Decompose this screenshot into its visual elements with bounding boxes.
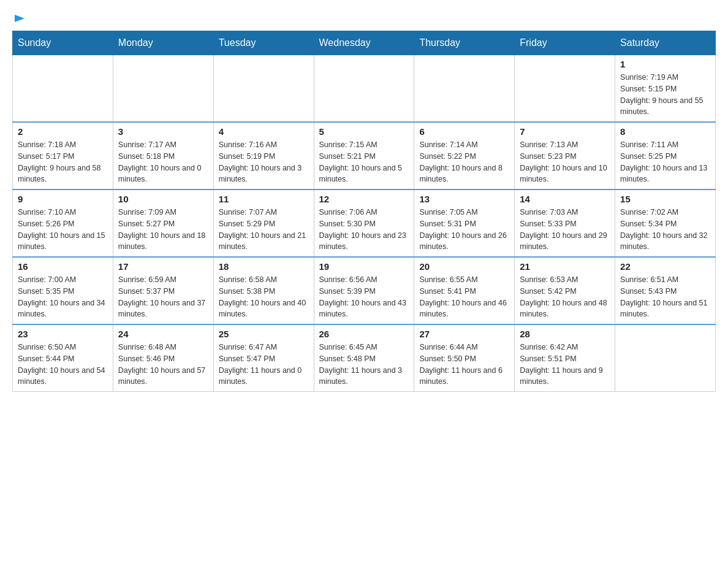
day-info: Sunrise: 6:56 AMSunset: 5:39 PMDaylight:…	[319, 274, 409, 320]
day-number: 23	[18, 329, 108, 339]
page-header	[12, 12, 716, 25]
day-of-week-header: Tuesday	[213, 31, 314, 55]
calendar-cell: 13Sunrise: 7:05 AMSunset: 5:31 PMDayligh…	[414, 190, 515, 257]
calendar-cell: 27Sunrise: 6:44 AMSunset: 5:50 PMDayligh…	[414, 324, 515, 392]
day-info: Sunrise: 7:10 AMSunset: 5:26 PMDaylight:…	[18, 207, 108, 253]
calendar-cell	[414, 55, 515, 123]
svg-marker-0	[15, 15, 25, 22]
day-number: 16	[18, 261, 108, 272]
day-number: 26	[319, 329, 409, 339]
calendar-week-row: 16Sunrise: 7:00 AMSunset: 5:35 PMDayligh…	[13, 257, 716, 324]
day-number: 5	[319, 126, 409, 137]
calendar-cell: 22Sunrise: 6:51 AMSunset: 5:43 PMDayligh…	[615, 257, 716, 324]
day-info: Sunrise: 6:55 AMSunset: 5:41 PMDaylight:…	[419, 274, 509, 320]
day-info: Sunrise: 7:11 AMSunset: 5:25 PMDaylight:…	[620, 139, 710, 185]
day-number: 15	[620, 194, 710, 204]
day-number: 7	[520, 126, 610, 137]
day-number: 20	[419, 261, 509, 272]
day-number: 11	[219, 194, 309, 204]
logo	[12, 12, 26, 25]
day-number: 25	[219, 329, 309, 339]
day-number: 21	[520, 261, 610, 272]
calendar-cell	[515, 55, 615, 123]
day-info: Sunrise: 7:06 AMSunset: 5:30 PMDaylight:…	[319, 207, 409, 253]
day-number: 17	[118, 261, 208, 272]
day-number: 18	[219, 261, 309, 272]
calendar-cell: 6Sunrise: 7:14 AMSunset: 5:22 PMDaylight…	[414, 122, 515, 190]
day-number: 19	[319, 261, 409, 272]
day-info: Sunrise: 6:50 AMSunset: 5:44 PMDaylight:…	[18, 342, 108, 388]
calendar-cell: 25Sunrise: 6:47 AMSunset: 5:47 PMDayligh…	[213, 324, 314, 392]
day-number: 9	[18, 194, 108, 204]
calendar-cell: 16Sunrise: 7:00 AMSunset: 5:35 PMDayligh…	[13, 257, 113, 324]
calendar-week-row: 9Sunrise: 7:10 AMSunset: 5:26 PMDaylight…	[13, 190, 716, 257]
calendar-cell: 26Sunrise: 6:45 AMSunset: 5:48 PMDayligh…	[314, 324, 414, 392]
day-info: Sunrise: 7:14 AMSunset: 5:22 PMDaylight:…	[419, 139, 509, 185]
calendar-week-row: 2Sunrise: 7:18 AMSunset: 5:17 PMDaylight…	[13, 122, 716, 190]
day-info: Sunrise: 7:07 AMSunset: 5:29 PMDaylight:…	[219, 207, 309, 253]
day-info: Sunrise: 7:03 AMSunset: 5:33 PMDaylight:…	[520, 207, 610, 253]
day-info: Sunrise: 6:53 AMSunset: 5:42 PMDaylight:…	[520, 274, 610, 320]
day-number: 10	[118, 194, 208, 204]
calendar-cell: 9Sunrise: 7:10 AMSunset: 5:26 PMDaylight…	[13, 190, 113, 257]
calendar-header-row: SundayMondayTuesdayWednesdayThursdayFrid…	[13, 31, 716, 55]
calendar-cell: 23Sunrise: 6:50 AMSunset: 5:44 PMDayligh…	[13, 324, 113, 392]
calendar-week-row: 1Sunrise: 7:19 AMSunset: 5:15 PMDaylight…	[13, 55, 716, 123]
day-info: Sunrise: 6:58 AMSunset: 5:38 PMDaylight:…	[219, 274, 309, 320]
logo-arrow-icon	[13, 12, 26, 25]
day-number: 22	[620, 261, 710, 272]
calendar-cell: 24Sunrise: 6:48 AMSunset: 5:46 PMDayligh…	[113, 324, 213, 392]
calendar-cell: 15Sunrise: 7:02 AMSunset: 5:34 PMDayligh…	[615, 190, 716, 257]
calendar-table: SundayMondayTuesdayWednesdayThursdayFrid…	[12, 31, 716, 392]
day-info: Sunrise: 6:48 AMSunset: 5:46 PMDaylight:…	[118, 342, 208, 388]
day-number: 12	[319, 194, 409, 204]
calendar-cell: 3Sunrise: 7:17 AMSunset: 5:18 PMDaylight…	[113, 122, 213, 190]
day-number: 14	[520, 194, 610, 204]
day-of-week-header: Thursday	[414, 31, 515, 55]
calendar-cell: 5Sunrise: 7:15 AMSunset: 5:21 PMDaylight…	[314, 122, 414, 190]
day-number: 24	[118, 329, 208, 339]
calendar-cell: 20Sunrise: 6:55 AMSunset: 5:41 PMDayligh…	[414, 257, 515, 324]
day-number: 6	[419, 126, 509, 137]
calendar-week-row: 23Sunrise: 6:50 AMSunset: 5:44 PMDayligh…	[13, 324, 716, 392]
day-number: 1	[620, 59, 710, 69]
calendar-cell: 8Sunrise: 7:11 AMSunset: 5:25 PMDaylight…	[615, 122, 716, 190]
day-info: Sunrise: 6:45 AMSunset: 5:48 PMDaylight:…	[319, 342, 409, 388]
calendar-cell: 2Sunrise: 7:18 AMSunset: 5:17 PMDaylight…	[13, 122, 113, 190]
day-of-week-header: Saturday	[615, 31, 716, 55]
day-number: 2	[18, 126, 108, 137]
day-info: Sunrise: 6:47 AMSunset: 5:47 PMDaylight:…	[219, 342, 309, 388]
calendar-cell	[615, 324, 716, 392]
day-info: Sunrise: 7:00 AMSunset: 5:35 PMDaylight:…	[18, 274, 108, 320]
day-info: Sunrise: 7:16 AMSunset: 5:19 PMDaylight:…	[219, 139, 309, 185]
calendar-cell	[13, 55, 113, 123]
day-of-week-header: Wednesday	[314, 31, 414, 55]
calendar-cell	[314, 55, 414, 123]
day-number: 27	[419, 329, 509, 339]
day-info: Sunrise: 7:19 AMSunset: 5:15 PMDaylight:…	[620, 72, 710, 118]
calendar-cell: 11Sunrise: 7:07 AMSunset: 5:29 PMDayligh…	[213, 190, 314, 257]
day-number: 4	[219, 126, 309, 137]
calendar-cell: 28Sunrise: 6:42 AMSunset: 5:51 PMDayligh…	[515, 324, 615, 392]
day-info: Sunrise: 7:13 AMSunset: 5:23 PMDaylight:…	[520, 139, 610, 185]
day-info: Sunrise: 6:59 AMSunset: 5:37 PMDaylight:…	[118, 274, 208, 320]
day-of-week-header: Monday	[113, 31, 213, 55]
day-info: Sunrise: 7:09 AMSunset: 5:27 PMDaylight:…	[118, 207, 208, 253]
calendar-cell: 17Sunrise: 6:59 AMSunset: 5:37 PMDayligh…	[113, 257, 213, 324]
day-number: 28	[520, 329, 610, 339]
calendar-cell: 7Sunrise: 7:13 AMSunset: 5:23 PMDaylight…	[515, 122, 615, 190]
calendar-cell	[113, 55, 213, 123]
calendar-cell: 19Sunrise: 6:56 AMSunset: 5:39 PMDayligh…	[314, 257, 414, 324]
day-info: Sunrise: 6:42 AMSunset: 5:51 PMDaylight:…	[520, 342, 610, 388]
day-number: 3	[118, 126, 208, 137]
day-number: 8	[620, 126, 710, 137]
calendar-cell: 18Sunrise: 6:58 AMSunset: 5:38 PMDayligh…	[213, 257, 314, 324]
calendar-cell: 10Sunrise: 7:09 AMSunset: 5:27 PMDayligh…	[113, 190, 213, 257]
calendar-cell: 14Sunrise: 7:03 AMSunset: 5:33 PMDayligh…	[515, 190, 615, 257]
day-info: Sunrise: 6:51 AMSunset: 5:43 PMDaylight:…	[620, 274, 710, 320]
calendar-cell: 4Sunrise: 7:16 AMSunset: 5:19 PMDaylight…	[213, 122, 314, 190]
day-info: Sunrise: 7:02 AMSunset: 5:34 PMDaylight:…	[620, 207, 710, 253]
calendar-cell: 21Sunrise: 6:53 AMSunset: 5:42 PMDayligh…	[515, 257, 615, 324]
day-info: Sunrise: 7:05 AMSunset: 5:31 PMDaylight:…	[419, 207, 509, 253]
day-info: Sunrise: 6:44 AMSunset: 5:50 PMDaylight:…	[419, 342, 509, 388]
